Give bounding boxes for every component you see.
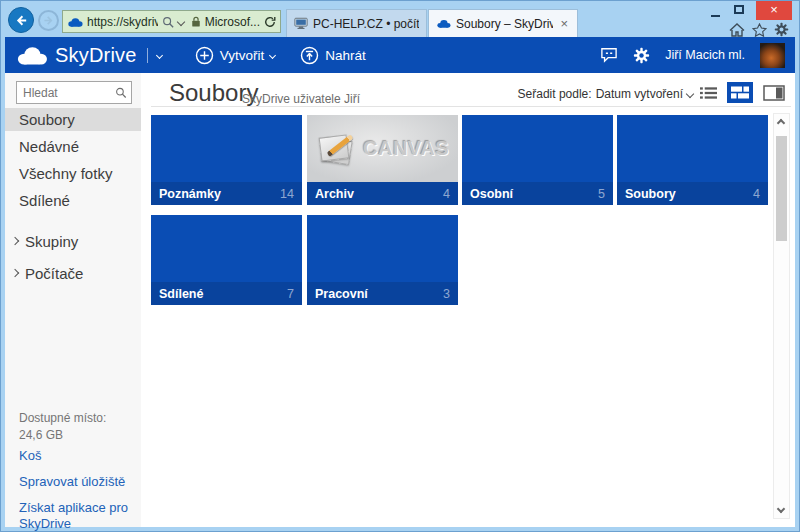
tab-title: Soubory – SkyDrive (456, 17, 553, 31)
link-kos[interactable]: Koš (19, 448, 131, 464)
details-pane-icon[interactable] (763, 85, 785, 101)
tab-skydrive-active[interactable]: Soubory – SkyDrive × (428, 9, 578, 37)
upload-icon (300, 46, 319, 65)
tile-count: 4 (443, 187, 450, 201)
link-spravovat-uloziste[interactable]: Spravovat úložiště (19, 474, 131, 490)
app-header: SkyDrive Vytvořit Nahrát (5, 37, 795, 73)
tile-count: 4 (753, 187, 760, 201)
star-favorites-icon[interactable] (752, 23, 767, 37)
minimize-button[interactable] (711, 9, 720, 17)
upload-label: Nahrát (325, 48, 366, 63)
home-icon[interactable] (729, 23, 745, 37)
group-label: Počítače (25, 265, 83, 282)
storage-label: Dostupné místo: (19, 411, 106, 425)
scroll-up-button[interactable] (777, 119, 785, 127)
tile-name: Soubory (625, 187, 676, 201)
back-arrow-icon (14, 13, 29, 28)
tile-name: Poznámky (159, 187, 221, 201)
vertical-scrollbar[interactable] (773, 113, 790, 519)
sidebar-item-nedavne[interactable]: Nedávné (5, 135, 141, 158)
url-text: https://skydrive.live.com/#! (87, 15, 158, 29)
sidebar: Soubory Nedávné Všechny fotky Sdílené Sk… (5, 73, 141, 527)
tile-name: Archiv (315, 187, 354, 201)
create-label: Vytvořit (220, 48, 265, 63)
sidebar-item-skupiny[interactable]: Skupiny (5, 228, 141, 254)
page-subtitle: SkyDrive uživatele Jiří (242, 92, 360, 106)
address-dropdown-chevron-icon[interactable] (176, 17, 184, 25)
tiles-view-icon-active[interactable] (727, 82, 753, 103)
search-input[interactable] (17, 86, 115, 100)
tile-name: Osobní (470, 187, 513, 201)
close-button[interactable]: × (756, 1, 792, 20)
forward-arrow-icon (42, 14, 55, 27)
search-box[interactable] (16, 81, 132, 104)
tile-name: Pracovní (315, 287, 368, 301)
skydrive-cloud-logo-icon (15, 45, 48, 65)
search-icon[interactable] (162, 16, 174, 28)
scroll-down-button[interactable] (777, 505, 785, 513)
sidebar-item-pocitace[interactable]: Počítače (5, 260, 141, 286)
avatar[interactable] (760, 43, 785, 68)
ev-identity-text[interactable]: Microsof... (205, 15, 260, 29)
notepad-pencil-icon (316, 131, 356, 167)
tile-count: 14 (280, 187, 294, 201)
tab-close-button[interactable]: × (558, 17, 570, 30)
folder-tile-pracovni[interactable]: Pracovní 3 (307, 215, 458, 305)
gear-settings-icon[interactable] (774, 22, 789, 37)
refresh-icon[interactable] (264, 16, 276, 28)
sidebar-nav: Soubory Nedávné Všechny fotky Sdílené (5, 108, 141, 216)
tile-count: 7 (287, 287, 294, 301)
folder-tile-sdilene[interactable]: Sdílené 7 (151, 215, 302, 305)
sort-label: Seřadit podle: (518, 87, 592, 101)
tile-count: 3 (443, 287, 450, 301)
folder-tile-archiv[interactable]: CANVAS Archiv 4 (307, 115, 458, 205)
sidebar-groups: Skupiny Počítače (5, 228, 141, 292)
folder-tile-poznamky[interactable]: Poznámky 14 (151, 115, 302, 205)
tab-pchelp[interactable]: PC-HELP.CZ • počítačové fóru... (286, 9, 427, 37)
feedback-bubble-icon[interactable] (600, 47, 618, 63)
search-icon[interactable] (115, 86, 127, 99)
header-divider (147, 48, 148, 63)
cloud-icon (436, 19, 451, 28)
tab-title: PC-HELP.CZ • počítačové fóru... (313, 17, 419, 31)
content-divider (151, 106, 791, 107)
folder-tile-osobni[interactable]: Osobní 5 (462, 115, 613, 205)
sort-value: Datum vytvoření (596, 87, 683, 101)
user-name[interactable]: Jiří Macich ml. (665, 48, 745, 62)
site-favicon-cloud-icon (67, 17, 83, 27)
upload-button[interactable]: Nahrát (300, 46, 366, 65)
group-label: Skupiny (25, 233, 78, 250)
main-content: Soubory SkyDrive uživatele Jiří Seřadit … (141, 73, 795, 527)
lock-icon (191, 15, 201, 28)
gear-icon[interactable] (633, 47, 650, 64)
back-button[interactable] (8, 7, 34, 33)
sidebar-item-vsechny-fotky[interactable]: Všechny fotky (5, 162, 141, 185)
canvas-text: CANVAS (363, 137, 449, 160)
chevron-down-icon (686, 90, 694, 98)
browser-window: https://skydrive.live.com/#! Microsof...… (0, 0, 800, 532)
scrollbar-thumb[interactable] (776, 136, 787, 241)
list-view-icon[interactable] (700, 86, 717, 100)
tile-count: 5 (598, 187, 605, 201)
storage-value: 24,6 GB (19, 428, 63, 442)
plus-circle-icon (195, 46, 214, 65)
sort-dropdown[interactable]: Seřadit podle: Datum vytvoření (518, 87, 693, 101)
maximize-button[interactable] (734, 5, 744, 14)
app-title[interactable]: SkyDrive (55, 44, 137, 67)
folder-tile-soubory[interactable]: Soubory 4 (617, 115, 768, 205)
create-button[interactable]: Vytvořit (195, 46, 276, 65)
address-bar[interactable]: https://skydrive.live.com/#! Microsof... (62, 10, 281, 33)
chevron-right-icon (11, 237, 19, 245)
forward-button[interactable] (38, 10, 59, 31)
skydrive-page: SkyDrive Vytvořit Nahrát (5, 37, 795, 527)
view-switcher (700, 82, 785, 103)
monitor-icon (294, 17, 308, 30)
link-ziskat-aplikace[interactable]: Získat aplikace pro SkyDrive (19, 500, 131, 532)
create-chevron-icon (269, 51, 276, 58)
tile-name: Sdílené (159, 287, 203, 301)
app-menu-chevron-icon[interactable] (156, 51, 163, 58)
chevron-right-icon (11, 269, 19, 277)
archiv-thumbnail: CANVAS (307, 115, 458, 182)
sidebar-item-soubory[interactable]: Soubory (5, 108, 141, 131)
sidebar-item-sdilene[interactable]: Sdílené (5, 189, 141, 212)
